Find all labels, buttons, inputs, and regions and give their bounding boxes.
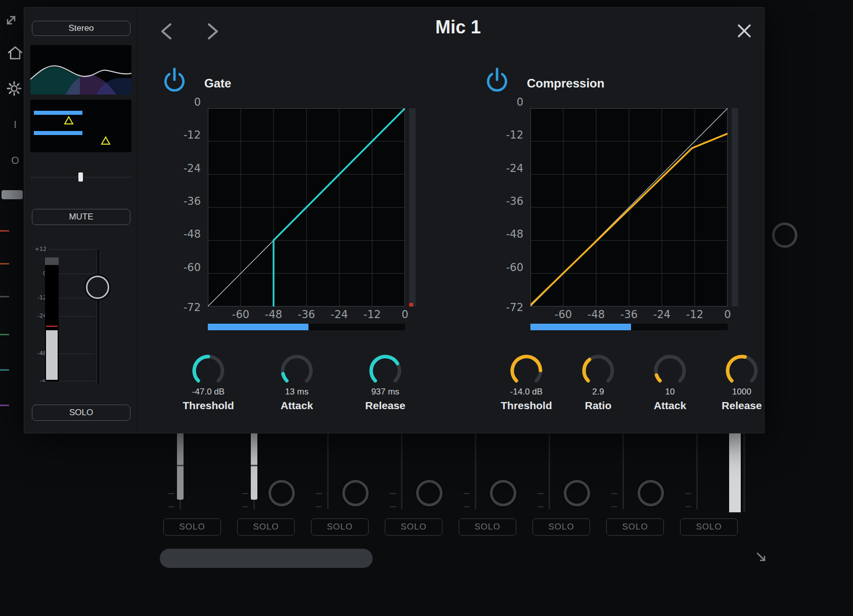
gate-y-tick: -24	[175, 162, 201, 174]
fader-scale-tick	[390, 493, 396, 494]
next-channel-button[interactable]	[201, 20, 223, 45]
expand-corner-icon[interactable]	[4, 13, 18, 29]
background-fader-cap[interactable]	[251, 432, 257, 500]
background-fader-track[interactable]	[327, 432, 329, 509]
compression-knob-threshold[interactable]: -14.0 dBThreshold	[493, 353, 559, 412]
gate-title: Gate	[204, 76, 231, 91]
gate-x-tick: -60	[228, 309, 253, 321]
pan-slider-handle[interactable]	[78, 172, 83, 182]
channel-color-mark	[0, 405, 9, 406]
compression-reduction-meter	[732, 108, 738, 306]
fader-scale-tick	[685, 506, 691, 507]
gate-y-tick: -72	[175, 301, 201, 314]
gate-threshold-label: Threshold	[183, 400, 234, 412]
home-icon[interactable]	[7, 45, 24, 64]
background-solo-button[interactable]: SOLO	[385, 518, 442, 536]
background-solo-button[interactable]: SOLO	[680, 518, 738, 536]
background-solo-button[interactable]: SOLO	[237, 518, 295, 536]
background-channel-knob[interactable]	[564, 480, 590, 506]
compression-knob-attack[interactable]: 10Attack	[637, 353, 703, 412]
fader-cap-line	[177, 465, 184, 466]
mute-button[interactable]: MUTE	[32, 209, 130, 225]
gate-y-axis: 0-12-24-36-48-60-72	[175, 102, 201, 320]
compression-x-tick: -12	[682, 309, 707, 321]
fader-knob[interactable]	[86, 276, 109, 299]
channel-color-mark	[0, 296, 9, 297]
fader-scale-tick	[316, 506, 322, 507]
background-solo-button[interactable]: SOLO	[311, 518, 369, 536]
fader-track[interactable]	[97, 248, 100, 386]
gate-knob-attack[interactable]: 13 msAttack	[261, 353, 332, 412]
gate-x-tick: -48	[261, 309, 286, 321]
gate-knob-threshold[interactable]: -47.0 dBThreshold	[173, 353, 244, 412]
gate-attack-label: Attack	[281, 400, 313, 412]
horizontal-scrollbar[interactable]	[160, 549, 373, 568]
channel-color-mark	[0, 230, 9, 232]
fader-scale-tick	[168, 493, 174, 494]
stereo-button[interactable]: Stereo	[32, 21, 130, 36]
dynamics-thumbnail[interactable]	[30, 100, 131, 152]
background-solo-button[interactable]: SOLO	[163, 518, 221, 536]
background-fader-track[interactable]	[622, 432, 624, 509]
background-fader-track[interactable]	[475, 432, 476, 509]
background-channel-knob[interactable]	[490, 480, 516, 506]
fader-scale-tick	[537, 506, 544, 507]
background-mixer: SOLOSOLOSOLOSOLOSOLOSOLOSOLOSOLO	[0, 432, 853, 616]
background-channel-knob[interactable]	[416, 480, 442, 506]
channel-color-mark	[0, 334, 9, 335]
gate-attack-value: 13 ms	[285, 387, 308, 397]
compression-knobs-row: -14.0 dBThreshold2.9Ratio10Attack1000Rel…	[493, 353, 775, 412]
gear-icon[interactable]	[7, 81, 22, 98]
eq-thumbnail[interactable]	[30, 45, 131, 95]
rail-selected-pill[interactable]	[2, 190, 23, 199]
level-meter-clip-mark	[46, 326, 58, 327]
gate-y-tick: -36	[175, 195, 201, 207]
fader-scale: +120-12-24-48-∞	[29, 245, 96, 392]
background-channel-strip: SOLO	[155, 432, 229, 544]
compression-threshold-label: Threshold	[501, 400, 552, 412]
background-knob[interactable]	[772, 223, 797, 248]
background-channel-knob[interactable]	[342, 480, 369, 506]
close-icon[interactable]	[734, 21, 754, 43]
compression-threshold-value: -14.0 dB	[510, 387, 543, 397]
background-channel-strip: SOLO	[598, 432, 672, 544]
output-tab[interactable]: O	[9, 155, 22, 166]
background-solo-button[interactable]: SOLO	[532, 518, 590, 536]
left-rail: I O	[0, 0, 24, 616]
gate-x-tick: -36	[294, 309, 319, 321]
compression-input-meter	[530, 324, 728, 330]
previous-channel-button[interactable]	[156, 20, 178, 45]
background-fader-track[interactable]	[549, 432, 550, 509]
collapse-corner-icon[interactable]	[754, 550, 769, 566]
fader-scale-tick	[168, 506, 174, 507]
background-channel-strip: SOLO	[377, 432, 451, 544]
compression-y-tick: -12	[498, 129, 523, 141]
fader-scale-tick	[242, 506, 248, 507]
gate-power-button[interactable]	[162, 67, 187, 96]
background-solo-button[interactable]: SOLO	[459, 518, 516, 536]
compression-y-tick: -60	[498, 261, 523, 274]
fader-scale-tick	[464, 506, 470, 507]
fader-scale-tick	[464, 493, 470, 494]
background-solo-button[interactable]: SOLO	[606, 518, 664, 536]
background-fader-cap[interactable]	[177, 432, 184, 500]
master-fader-cap[interactable]	[729, 432, 741, 512]
compression-knob-release[interactable]: 1000Release	[709, 353, 775, 412]
gate-y-tick: -48	[175, 228, 201, 240]
fader-scale-label: 0	[29, 270, 47, 277]
input-tab[interactable]: I	[9, 119, 22, 130]
compression-knob-ratio[interactable]: 2.9Ratio	[565, 353, 631, 412]
background-channel-knob[interactable]	[268, 480, 295, 506]
sidebar-solo-button[interactable]: SOLO	[32, 405, 130, 421]
fader-scale-label: -∞	[29, 377, 47, 384]
background-channel-strip: SOLO	[303, 432, 377, 544]
compression-x-tick: -36	[616, 309, 642, 321]
gate-knob-release[interactable]: 937 msRelease	[350, 353, 421, 412]
compression-x-tick: -48	[583, 309, 609, 321]
background-fader-track[interactable]	[401, 432, 402, 509]
channel-title: Mic 1	[382, 17, 534, 38]
background-fader-track[interactable]	[696, 432, 698, 509]
compression-power-button[interactable]	[484, 67, 510, 96]
compression-x-tick: -24	[649, 309, 675, 321]
background-channel-knob[interactable]	[638, 480, 664, 506]
